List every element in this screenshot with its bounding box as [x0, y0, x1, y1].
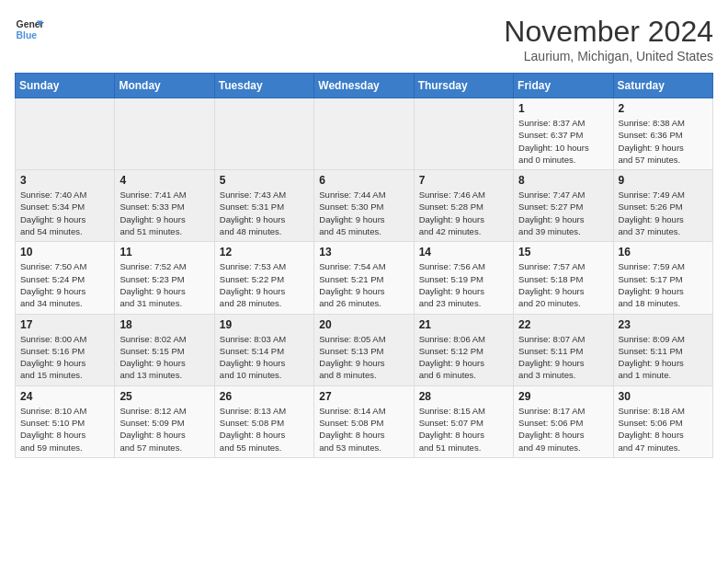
- calendar-cell: 5Sunrise: 7:43 AM Sunset: 5:31 PM Daylig…: [214, 170, 313, 242]
- day-info: Sunrise: 7:50 AM Sunset: 5:24 PM Dayligh…: [20, 260, 109, 309]
- day-number: 8: [518, 174, 608, 187]
- day-info: Sunrise: 8:03 AM Sunset: 5:14 PM Dayligh…: [220, 333, 309, 382]
- calendar-cell: 12Sunrise: 7:53 AM Sunset: 5:22 PM Dayli…: [214, 242, 313, 314]
- calendar-cell: 13Sunrise: 7:54 AM Sunset: 5:21 PM Dayli…: [314, 242, 414, 314]
- weekday-header-row: SundayMondayTuesdayWednesdayThursdayFrid…: [16, 74, 713, 98]
- day-number: 23: [619, 318, 708, 331]
- day-info: Sunrise: 8:12 AM Sunset: 5:09 PM Dayligh…: [119, 405, 209, 454]
- day-number: 17: [20, 318, 109, 331]
- day-number: 6: [319, 174, 408, 187]
- day-info: Sunrise: 8:17 AM Sunset: 5:06 PM Dayligh…: [518, 405, 608, 454]
- calendar-cell: [115, 98, 214, 170]
- day-info: Sunrise: 7:43 AM Sunset: 5:31 PM Dayligh…: [220, 189, 309, 237]
- day-number: 10: [20, 246, 109, 259]
- day-number: 19: [220, 318, 309, 331]
- calendar-cell: 11Sunrise: 7:52 AM Sunset: 5:23 PM Dayli…: [115, 242, 214, 314]
- day-number: 25: [119, 390, 209, 403]
- calendar-cell: 27Sunrise: 8:14 AM Sunset: 5:08 PM Dayli…: [314, 385, 414, 457]
- calendar-cell: [414, 98, 513, 170]
- day-info: Sunrise: 7:59 AM Sunset: 5:17 PM Dayligh…: [619, 260, 708, 309]
- calendar-cell: [314, 98, 414, 170]
- day-number: 13: [319, 246, 408, 259]
- month-title: November 2024: [504, 15, 713, 49]
- day-number: 16: [619, 246, 708, 259]
- calendar-cell: 8Sunrise: 7:47 AM Sunset: 5:27 PM Daylig…: [514, 170, 613, 242]
- day-number: 27: [319, 390, 408, 403]
- calendar-cell: 1Sunrise: 8:37 AM Sunset: 6:37 PM Daylig…: [514, 98, 613, 170]
- svg-text:Blue: Blue: [17, 30, 38, 40]
- weekday-header-wednesday: Wednesday: [314, 74, 414, 98]
- day-info: Sunrise: 7:40 AM Sunset: 5:34 PM Dayligh…: [20, 189, 109, 237]
- day-number: 18: [119, 318, 209, 331]
- day-number: 4: [119, 174, 209, 187]
- calendar-cell: 15Sunrise: 7:57 AM Sunset: 5:18 PM Dayli…: [514, 242, 613, 314]
- day-info: Sunrise: 7:41 AM Sunset: 5:33 PM Dayligh…: [119, 189, 209, 237]
- day-number: 1: [518, 102, 608, 115]
- weekday-header-monday: Monday: [115, 74, 214, 98]
- day-info: Sunrise: 7:56 AM Sunset: 5:19 PM Dayligh…: [419, 260, 508, 309]
- day-info: Sunrise: 7:53 AM Sunset: 5:22 PM Dayligh…: [220, 260, 309, 309]
- calendar-week-row: 1Sunrise: 8:37 AM Sunset: 6:37 PM Daylig…: [16, 98, 713, 170]
- calendar-week-row: 10Sunrise: 7:50 AM Sunset: 5:24 PM Dayli…: [16, 242, 713, 314]
- calendar-cell: 20Sunrise: 8:05 AM Sunset: 5:13 PM Dayli…: [314, 314, 414, 385]
- day-number: 30: [619, 390, 708, 403]
- day-number: 7: [419, 174, 508, 187]
- calendar-week-row: 17Sunrise: 8:00 AM Sunset: 5:16 PM Dayli…: [16, 314, 713, 385]
- location-label: Laurium, Michigan, United States: [504, 49, 713, 63]
- day-number: 9: [619, 174, 708, 187]
- calendar-cell: 14Sunrise: 7:56 AM Sunset: 5:19 PM Dayli…: [414, 242, 513, 314]
- calendar-cell: [16, 98, 115, 170]
- calendar-cell: 29Sunrise: 8:17 AM Sunset: 5:06 PM Dayli…: [514, 385, 613, 457]
- day-info: Sunrise: 8:10 AM Sunset: 5:10 PM Dayligh…: [20, 405, 109, 454]
- calendar-table: SundayMondayTuesdayWednesdayThursdayFrid…: [15, 73, 713, 458]
- calendar-cell: [214, 98, 313, 170]
- calendar-cell: 10Sunrise: 7:50 AM Sunset: 5:24 PM Dayli…: [16, 242, 115, 314]
- day-number: 3: [20, 174, 109, 187]
- calendar-cell: 24Sunrise: 8:10 AM Sunset: 5:10 PM Dayli…: [16, 385, 115, 457]
- calendar-cell: 23Sunrise: 8:09 AM Sunset: 5:11 PM Dayli…: [613, 314, 712, 385]
- calendar-cell: 19Sunrise: 8:03 AM Sunset: 5:14 PM Dayli…: [214, 314, 313, 385]
- calendar-week-row: 3Sunrise: 7:40 AM Sunset: 5:34 PM Daylig…: [16, 170, 713, 242]
- weekday-header-sunday: Sunday: [16, 74, 115, 98]
- calendar-cell: 4Sunrise: 7:41 AM Sunset: 5:33 PM Daylig…: [115, 170, 214, 242]
- calendar-cell: 3Sunrise: 7:40 AM Sunset: 5:34 PM Daylig…: [16, 170, 115, 242]
- day-info: Sunrise: 8:15 AM Sunset: 5:07 PM Dayligh…: [419, 405, 508, 454]
- day-info: Sunrise: 8:00 AM Sunset: 5:16 PM Dayligh…: [20, 333, 109, 382]
- day-number: 28: [419, 390, 508, 403]
- weekday-header-friday: Friday: [514, 74, 613, 98]
- weekday-header-saturday: Saturday: [613, 74, 712, 98]
- calendar-cell: 16Sunrise: 7:59 AM Sunset: 5:17 PM Dayli…: [613, 242, 712, 314]
- calendar-cell: 2Sunrise: 8:38 AM Sunset: 6:36 PM Daylig…: [613, 98, 712, 170]
- day-info: Sunrise: 8:14 AM Sunset: 5:08 PM Dayligh…: [319, 405, 408, 454]
- day-info: Sunrise: 8:38 AM Sunset: 6:36 PM Dayligh…: [619, 117, 708, 166]
- day-number: 21: [419, 318, 508, 331]
- calendar-cell: 21Sunrise: 8:06 AM Sunset: 5:12 PM Dayli…: [414, 314, 513, 385]
- day-info: Sunrise: 7:54 AM Sunset: 5:21 PM Dayligh…: [319, 260, 408, 309]
- day-number: 12: [220, 246, 309, 259]
- day-number: 5: [220, 174, 309, 187]
- day-number: 15: [518, 246, 608, 259]
- day-info: Sunrise: 8:07 AM Sunset: 5:11 PM Dayligh…: [518, 333, 608, 382]
- day-info: Sunrise: 8:02 AM Sunset: 5:15 PM Dayligh…: [119, 333, 209, 382]
- day-info: Sunrise: 8:37 AM Sunset: 6:37 PM Dayligh…: [518, 117, 608, 166]
- day-number: 14: [419, 246, 508, 259]
- day-info: Sunrise: 7:52 AM Sunset: 5:23 PM Dayligh…: [119, 260, 209, 309]
- day-number: 24: [20, 390, 109, 403]
- calendar-cell: 7Sunrise: 7:46 AM Sunset: 5:28 PM Daylig…: [414, 170, 513, 242]
- page-header: General Blue November 2024 Laurium, Mich…: [15, 15, 713, 63]
- day-info: Sunrise: 7:46 AM Sunset: 5:28 PM Dayligh…: [419, 189, 508, 237]
- day-info: Sunrise: 8:09 AM Sunset: 5:11 PM Dayligh…: [619, 333, 708, 382]
- day-info: Sunrise: 7:57 AM Sunset: 5:18 PM Dayligh…: [518, 260, 608, 309]
- calendar-cell: 6Sunrise: 7:44 AM Sunset: 5:30 PM Daylig…: [314, 170, 414, 242]
- calendar-week-row: 24Sunrise: 8:10 AM Sunset: 5:10 PM Dayli…: [16, 385, 713, 457]
- day-info: Sunrise: 8:05 AM Sunset: 5:13 PM Dayligh…: [319, 333, 408, 382]
- day-number: 22: [518, 318, 608, 331]
- title-section: November 2024 Laurium, Michigan, United …: [504, 15, 713, 63]
- weekday-header-thursday: Thursday: [414, 74, 513, 98]
- weekday-header-tuesday: Tuesday: [214, 74, 313, 98]
- calendar-cell: 9Sunrise: 7:49 AM Sunset: 5:26 PM Daylig…: [613, 170, 712, 242]
- calendar-cell: 18Sunrise: 8:02 AM Sunset: 5:15 PM Dayli…: [115, 314, 214, 385]
- calendar-cell: 25Sunrise: 8:12 AM Sunset: 5:09 PM Dayli…: [115, 385, 214, 457]
- day-info: Sunrise: 8:06 AM Sunset: 5:12 PM Dayligh…: [419, 333, 508, 382]
- day-info: Sunrise: 8:18 AM Sunset: 5:06 PM Dayligh…: [619, 405, 708, 454]
